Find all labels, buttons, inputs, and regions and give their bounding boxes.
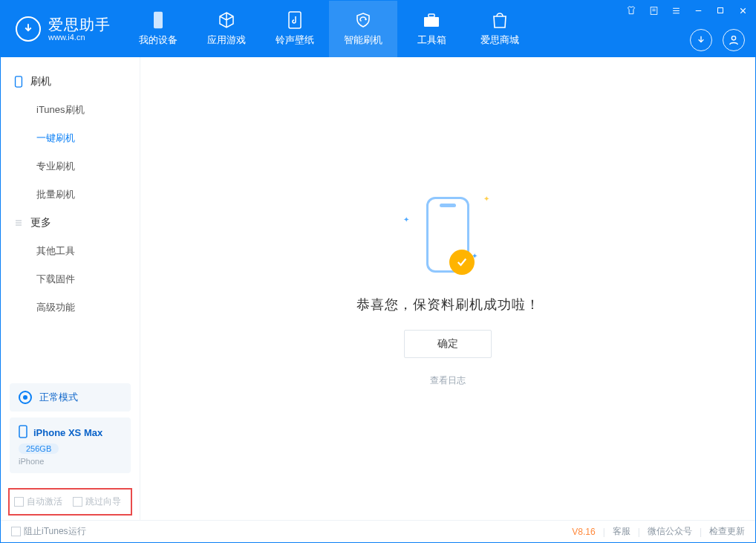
shirt-icon[interactable] bbox=[625, 4, 638, 17]
sidebar-section-more: 更多 bbox=[1, 209, 140, 237]
svg-point-6 bbox=[731, 36, 735, 40]
sparkle-icon: ✦ bbox=[403, 215, 409, 224]
music-file-icon bbox=[286, 11, 304, 29]
checkbox-auto-activate[interactable]: 自动激活 bbox=[14, 495, 62, 508]
svg-rect-2 bbox=[424, 17, 439, 27]
statusbar: 阻止iTunes运行 V8.16 | 客服 | 微信公众号 | 检查更新 bbox=[1, 520, 755, 542]
svg-rect-1 bbox=[289, 12, 301, 28]
svg-rect-3 bbox=[428, 14, 434, 17]
svg-rect-5 bbox=[718, 8, 723, 13]
mode-indicator-icon bbox=[19, 391, 32, 404]
link-update[interactable]: 检查更新 bbox=[709, 525, 745, 538]
toolbox-icon bbox=[423, 11, 440, 29]
phone-illustration-icon bbox=[426, 197, 469, 273]
tab-label: 我的设备 bbox=[139, 33, 177, 47]
tab-smart-flash[interactable]: 智能刷机 bbox=[329, 1, 397, 57]
phone-small-icon bbox=[19, 425, 27, 440]
menu-icon[interactable] bbox=[669, 4, 682, 17]
tab-label: 工具箱 bbox=[417, 33, 446, 47]
download-button[interactable] bbox=[690, 29, 712, 51]
mode-card[interactable]: 正常模式 bbox=[10, 383, 131, 412]
version-label: V8.16 bbox=[572, 527, 595, 537]
sidebar-item-batch-flash[interactable]: 批量刷机 bbox=[1, 181, 140, 209]
list-icon bbox=[14, 218, 25, 227]
success-text: 恭喜您，保资料刷机成功啦！ bbox=[356, 296, 540, 313]
checkbox-block-itunes[interactable]: 阻止iTunes运行 bbox=[11, 525, 86, 538]
brand-logo-icon bbox=[16, 16, 41, 42]
tab-apps-games[interactable]: 应用游戏 bbox=[192, 1, 261, 57]
checkbox-icon bbox=[11, 527, 21, 536]
close-icon[interactable] bbox=[736, 4, 749, 17]
checkbox-icon bbox=[14, 497, 24, 507]
section-label: 刷机 bbox=[30, 75, 51, 88]
refresh-shield-icon bbox=[354, 11, 372, 29]
tab-store[interactable]: 爱思商城 bbox=[466, 1, 534, 57]
checkbox-icon bbox=[73, 497, 82, 507]
app-window: 爱思助手 www.i4.cn 我的设备 应用游戏 铃声壁 bbox=[0, 0, 756, 543]
sidebar-section-flash: 刷机 bbox=[1, 68, 140, 96]
sidebar-item-oneclick-flash[interactable]: 一键刷机 bbox=[1, 124, 140, 152]
checkbox-skip-guide[interactable]: 跳过向导 bbox=[73, 495, 121, 508]
body: 刷机 iTunes刷机 一键刷机 专业刷机 批量刷机 更多 其他工具 下载固件 … bbox=[1, 57, 755, 520]
main-content: ✦ ✦ ✦ 恭喜您，保资料刷机成功啦！ 确定 查看日志 bbox=[140, 57, 755, 520]
device-icon bbox=[149, 11, 167, 29]
phone-outline-icon bbox=[14, 76, 25, 88]
nav-tabs: 我的设备 应用游戏 铃声壁纸 智能刷机 bbox=[124, 1, 534, 57]
section-label: 更多 bbox=[30, 216, 51, 230]
note-icon[interactable] bbox=[647, 4, 660, 17]
brand-subtitle: www.i4.cn bbox=[48, 33, 111, 42]
tab-ringtones[interactable]: 铃声壁纸 bbox=[261, 1, 329, 57]
device-model: iPhone XS Max bbox=[33, 427, 102, 438]
window-controls bbox=[625, 4, 749, 17]
sidebar-item-other-tools[interactable]: 其他工具 bbox=[1, 237, 140, 265]
tab-my-device[interactable]: 我的设备 bbox=[124, 1, 192, 57]
sparkle-icon: ✦ bbox=[483, 195, 489, 203]
check-badge-icon bbox=[449, 250, 475, 275]
view-log-link[interactable]: 查看日志 bbox=[430, 374, 466, 387]
minimize-icon[interactable] bbox=[691, 4, 705, 17]
maximize-icon[interactable] bbox=[714, 4, 727, 17]
tab-toolbox[interactable]: 工具箱 bbox=[397, 1, 466, 57]
sidebar-item-pro-flash[interactable]: 专业刷机 bbox=[1, 152, 140, 181]
svg-rect-0 bbox=[154, 12, 163, 28]
svg-rect-7 bbox=[16, 77, 22, 87]
tab-label: 铃声壁纸 bbox=[276, 33, 314, 47]
device-type: iPhone bbox=[19, 457, 44, 466]
option-row-highlighted: 自动激活 跳过向导 bbox=[8, 488, 132, 516]
sidebar: 刷机 iTunes刷机 一键刷机 专业刷机 批量刷机 更多 其他工具 下载固件 … bbox=[1, 57, 140, 520]
ok-button[interactable]: 确定 bbox=[404, 330, 492, 358]
svg-rect-8 bbox=[19, 426, 27, 438]
topbar: 爱思助手 www.i4.cn 我的设备 应用游戏 铃声壁 bbox=[1, 1, 755, 57]
tab-label: 应用游戏 bbox=[207, 33, 246, 47]
sidebar-item-download-firmware[interactable]: 下载固件 bbox=[1, 265, 140, 293]
device-card[interactable]: iPhone XS Max 256GB iPhone bbox=[10, 417, 131, 473]
sidebar-item-itunes-flash[interactable]: iTunes刷机 bbox=[1, 96, 140, 124]
capacity-badge: 256GB bbox=[19, 443, 59, 454]
mode-label: 正常模式 bbox=[39, 391, 78, 404]
brand: 爱思助手 www.i4.cn bbox=[1, 1, 124, 57]
sidebar-item-advanced[interactable]: 高级功能 bbox=[1, 293, 140, 322]
user-button[interactable] bbox=[723, 29, 745, 51]
bag-icon bbox=[491, 11, 509, 29]
success-illustration: ✦ ✦ ✦ bbox=[403, 190, 492, 279]
tab-label: 智能刷机 bbox=[344, 33, 382, 47]
link-service[interactable]: 客服 bbox=[613, 525, 630, 538]
tab-label: 爱思商城 bbox=[480, 33, 519, 47]
brand-title: 爱思助手 bbox=[48, 16, 111, 33]
device-block: 正常模式 iPhone XS Max 256GB iPhone bbox=[1, 383, 140, 488]
cube-icon bbox=[218, 11, 235, 29]
link-wechat[interactable]: 微信公众号 bbox=[648, 525, 692, 538]
header-round-buttons bbox=[690, 29, 745, 51]
